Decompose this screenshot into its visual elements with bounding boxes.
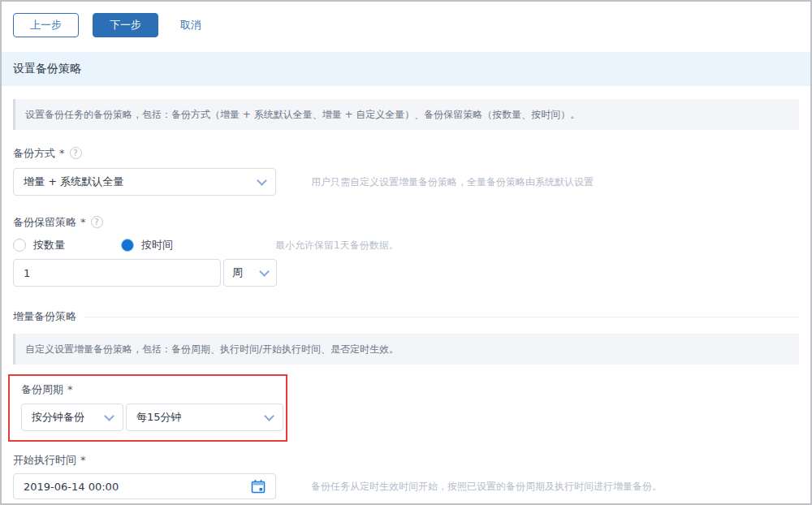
incremental-intro-note: 自定义设置增量备份策略，包括：备份周期、执行时间/开始执行时间、是否定时生效。 [13,334,799,365]
cycle-interval-select[interactable]: 每15分钟 [126,404,283,431]
help-icon[interactable]: ? [91,216,103,228]
cancel-button[interactable]: 取消 [180,13,201,37]
radio-by-time-label: 按时间 [141,238,173,252]
chevron-down-icon [264,411,274,421]
retention-policy-label: 备份保留策略 * ? [13,215,799,229]
chevron-down-icon [259,266,270,277]
start-time-label-text: 开始执行时间 [13,453,76,467]
retention-hint: 最小允许保留1天备份数据。 [275,239,399,252]
backup-method-row: 增量 + 系统默认全量 用户只需自定义设置增量备份策略，全量备份策略由系统默认设… [13,168,799,196]
backup-method-label: 备份方式 * ? [13,146,799,160]
next-step-button[interactable]: 下一步 [93,13,158,37]
radio-unchecked-icon [13,239,26,252]
help-icon[interactable]: ? [70,147,82,159]
chevron-down-icon [104,411,114,421]
calendar-icon[interactable] [251,479,266,494]
page-header: 设置备份策略 [2,52,810,86]
start-time-value: 2019-06-14 00:00 [24,481,119,493]
backup-cycle-row: 按分钟备份 每15分钟 [13,404,286,431]
cycle-interval-value: 每15分钟 [136,410,182,425]
start-time-row: 2019-06-14 00:00 备份任务从定时生效时间开始，按照已设置的备份周… [13,473,799,499]
cycle-mode-select[interactable]: 按分钟备份 [21,404,123,431]
cycle-mode-value: 按分钟备份 [32,410,84,425]
chevron-down-icon [257,175,267,186]
page-title: 设置备份策略 [13,62,81,75]
intro-note-text: 设置备份任务的备份策略，包括：备份方式（增量 + 系统默认全量、增量 + 自定义… [25,109,580,120]
retention-value-row: 周 [13,259,799,287]
section-divider-line [84,317,799,317]
retention-policy-label-text: 备份保留策略 [13,215,76,229]
retention-unit-select[interactable]: 周 [223,259,277,287]
backup-method-select[interactable]: 增量 + 系统默认全量 [13,168,276,196]
required-mark: * [80,453,86,467]
start-time-label: 开始执行时间 * [13,453,799,467]
radio-by-count[interactable]: 按数量 [13,238,121,252]
prev-step-button[interactable]: 上一步 [13,13,79,37]
retention-value-input[interactable] [13,259,221,287]
backup-cycle-label: 备份周期 * [13,382,286,396]
backup-method-value: 增量 + 系统默认全量 [24,175,123,189]
toolbar: 上一步 下一步 取消 [2,2,810,37]
radio-checked-icon [121,239,134,252]
radio-by-count-label: 按数量 [33,238,65,252]
start-time-hint: 备份任务从定时生效时间开始，按照已设置的备份周期及执行时间进行增量备份。 [311,480,662,494]
incremental-section-title: 增量备份策略 [13,309,76,324]
intro-note: 设置备份任务的备份策略，包括：备份方式（增量 + 系统默认全量、增量 + 自定义… [13,99,799,130]
retention-unit-value: 周 [232,265,243,280]
radio-by-time[interactable]: 按时间 [121,238,229,252]
backup-method-label-text: 备份方式 [13,146,55,160]
required-mark: * [59,146,65,160]
incremental-section-header: 增量备份策略 [13,309,799,324]
backup-cycle-label-text: 备份周期 [21,382,63,396]
start-time-input[interactable]: 2019-06-14 00:00 [13,473,276,499]
incremental-intro-text: 自定义设置增量备份策略，包括：备份周期、执行时间/开始执行时间、是否定时生效。 [25,343,399,355]
form-content: 设置备份任务的备份策略，包括：备份方式（增量 + 系统默认全量、增量 + 自定义… [2,99,810,499]
backup-method-hint: 用户只需自定义设置增量备份策略，全量备份策略由系统默认设置 [311,175,594,189]
highlight-box: 备份周期 * 按分钟备份 每15分钟 [8,374,287,442]
required-mark: * [80,215,86,229]
retention-mode-radios: 按数量 按时间 最小允许保留1天备份数据。 [13,238,799,252]
required-mark: * [67,382,73,396]
